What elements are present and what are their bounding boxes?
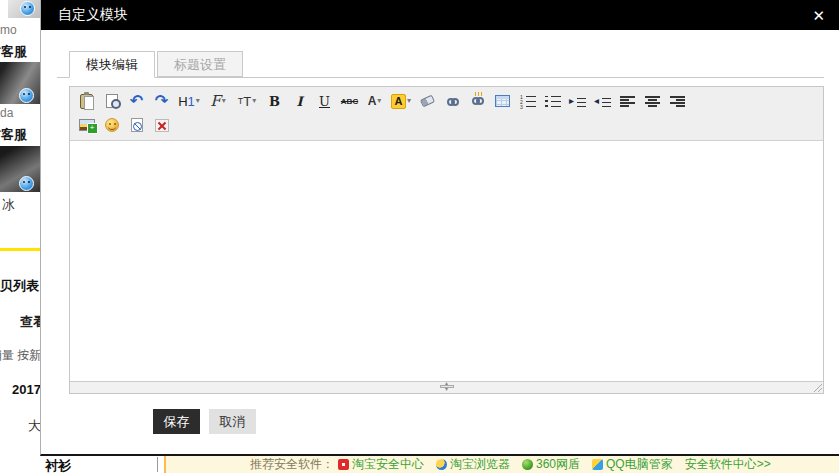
eraser-icon [420,95,435,108]
indent-button[interactable]: ▸ [565,90,590,112]
chevron-down-icon: ▾ [377,97,381,105]
wangwang-chat-icon[interactable] [19,88,34,103]
resize-handle[interactable]: ▴ ▾ [438,382,456,393]
source-code-icon [131,118,143,132]
unlink-icon [472,97,484,105]
360-shield-icon [522,459,533,470]
link-label: 淘宝安全中心 [352,456,424,473]
ordered-list-icon [519,94,536,108]
undo-icon: ↶ [130,93,143,109]
align-center-button[interactable] [640,90,665,112]
underline-icon: U [319,94,330,109]
staff-role: 前客服 [0,43,27,61]
save-button[interactable]: 保存 [153,409,200,434]
close-icon[interactable]: ✕ [812,8,825,23]
insert-image-icon [79,119,95,131]
editor-resize-bar: ▴ ▾ [70,381,823,393]
taobao-security-icon [338,459,349,470]
sidebar-sort-links[interactable]: 销量 按新品 [0,347,40,364]
editor-content-area[interactable] [70,141,823,381]
preview-button[interactable] [99,90,124,112]
shop-sidebar: mo 前客服 da 前客服 冰 宝贝列表 查看 销量 按新品 2017 大 [0,0,40,456]
dialog-buttons: 保存 取消 [153,409,256,434]
link-security-software-center[interactable]: 安全软件中心>> [685,456,771,473]
ordered-list-button[interactable] [515,90,540,112]
highlight-color-dropdown[interactable]: A▾ [387,90,415,112]
align-center-icon [645,96,660,107]
unordered-list-icon [544,94,561,108]
italic-button[interactable]: I [287,90,312,112]
align-left-icon [620,96,635,107]
bold-icon: B [269,94,280,109]
redo-icon: ↷ [155,93,168,109]
indent-icon: ▸ [569,95,586,107]
insert-table-button[interactable] [490,90,515,112]
section-title-item-list: 宝贝列表 [0,277,39,295]
strikethrough-icon: ABC [341,97,358,106]
font-color-icon: A [368,94,377,108]
page: mo 前客服 da 前客服 冰 宝贝列表 查看 销量 按新品 2017 大 自定… [0,0,839,473]
heading-dropdown[interactable]: H1▾ [174,90,204,112]
align-right-button[interactable] [665,90,690,112]
staff-role: 前客服 [0,126,27,144]
custom-module-dialog: 自定义模块 ✕ 模块编辑 标题设置 ↶ ↷ H1▾ F▾ TT▾ B I U [40,0,839,456]
highlight-color-icon: A [391,94,406,109]
emoticon-button[interactable] [99,114,124,136]
unordered-list-button[interactable] [540,90,565,112]
outdent-button[interactable]: ◂ [590,90,615,112]
redo-button[interactable]: ↷ [149,90,174,112]
wangwang-chat-icon[interactable] [19,176,34,191]
font-color-dropdown[interactable]: A▾ [362,90,387,112]
tab-module-edit[interactable]: 模块编辑 [69,51,155,78]
link-360-shield[interactable]: 360网盾 [522,456,580,473]
sidebar-text: 大 [28,417,40,435]
insert-image-button[interactable] [74,114,99,136]
tab-title-settings[interactable]: 标题设置 [157,51,243,77]
link-label: QQ电脑管家 [606,456,673,473]
heading-icon: H [178,94,187,109]
sidebar-link-view[interactable]: 查看 [20,313,40,331]
align-left-button[interactable] [615,90,640,112]
corner-resize-grip[interactable] [812,382,822,392]
dialog-title: 自定义模块 [58,6,128,24]
chevron-down-icon: ▾ [407,97,411,105]
qq-manager-icon [592,459,603,470]
link-taobao-browser[interactable]: 淘宝浏览器 [436,456,510,473]
font-family-dropdown[interactable]: F▾ [204,90,232,112]
insert-link-button[interactable] [440,90,465,112]
outdent-icon: ◂ [594,95,611,107]
link-label: 安全软件中心>> [685,456,771,473]
fullscreen-icon [155,119,169,132]
font-size-dropdown[interactable]: TT▾ [232,90,262,112]
bold-button[interactable]: B [262,90,287,112]
font-size-icon: T [243,94,251,109]
toolbar-row-2 [74,113,819,137]
link-label: 360网盾 [536,456,580,473]
link-taobao-security-center[interactable]: 淘宝安全中心 [338,456,424,473]
source-code-button[interactable] [124,114,149,136]
link-icon [447,92,459,110]
remove-format-button[interactable] [415,90,440,112]
smiley-icon [105,118,119,132]
staff-name: da [0,106,13,120]
heading-icon: 1 [188,94,195,109]
tab-bar: 模块编辑 标题设置 [57,50,824,78]
strikethrough-button[interactable]: ABC [337,90,362,112]
sidebar-year: 2017 [12,382,40,397]
taobao-browser-icon [436,459,447,470]
divider [0,248,40,251]
resize-down-icon: ▾ [445,388,448,391]
staff-name: 冰 [2,196,15,214]
underline-button[interactable]: U [312,90,337,112]
toolbar-row-1: ↶ ↷ H1▾ F▾ TT▾ B I U ABC A▾ A▾ [74,89,819,113]
staff-name: mo [0,23,17,37]
link-qq-pc-manager[interactable]: QQ电脑管家 [592,456,673,473]
unlink-button[interactable] [465,90,490,112]
bottom-bar: 衬衫 推荐安全软件： 淘宝安全中心 淘宝浏览器 360网盾 QQ电脑管家 安全软… [0,456,839,473]
wangwang-chat-icon[interactable] [20,1,35,16]
paste-plain-button[interactable] [74,90,99,112]
undo-button[interactable]: ↶ [124,90,149,112]
product-title: 衬衫 [45,457,71,473]
fullscreen-button[interactable] [149,114,174,136]
cancel-button[interactable]: 取消 [209,409,256,434]
